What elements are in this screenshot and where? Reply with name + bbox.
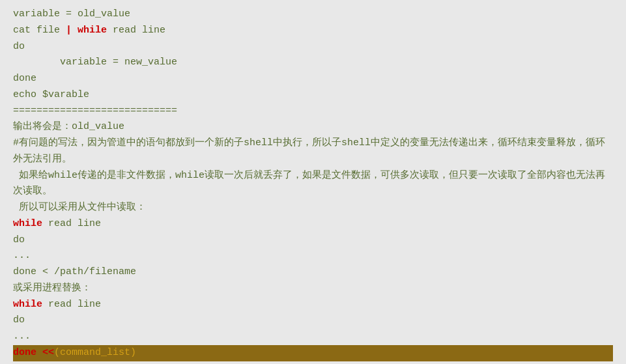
code-line: 如果给while传递的是非文件数据，while读取一次后就丢弃了，如果是文件数据… <box>13 168 613 201</box>
code-line: done < /path/filename <box>13 264 613 281</box>
code-line: do <box>13 313 613 329</box>
code-line: #有问题的写法，因为管道中的语句都放到一个新的子shell中执行，所以子shel… <box>13 135 613 168</box>
code-line: 输出将会是：old_value <box>13 119 613 135</box>
code-line: done <<(command_list) <box>13 345 613 361</box>
code-line: done <box>13 71 613 87</box>
code-line: while read line <box>13 216 613 232</box>
code-line: variable = new_value <box>13 55 613 71</box>
code-line: ============================ <box>13 104 613 120</box>
code-line: echo $varable <box>13 87 613 104</box>
code-line: while read line <box>13 297 613 313</box>
code-content: variable = old_valuecat file | while rea… <box>13 7 613 361</box>
code-line: do <box>13 39 613 55</box>
code-line: cat file | while read line <box>13 23 613 39</box>
code-line: 所以可以采用从文件中读取： <box>13 200 613 216</box>
code-line: 或采用进程替换： <box>13 281 613 297</box>
code-line: do <box>13 232 613 249</box>
code-line: ... <box>13 329 613 345</box>
code-line: variable = old_value <box>13 7 613 23</box>
code-line: ... <box>13 248 613 264</box>
